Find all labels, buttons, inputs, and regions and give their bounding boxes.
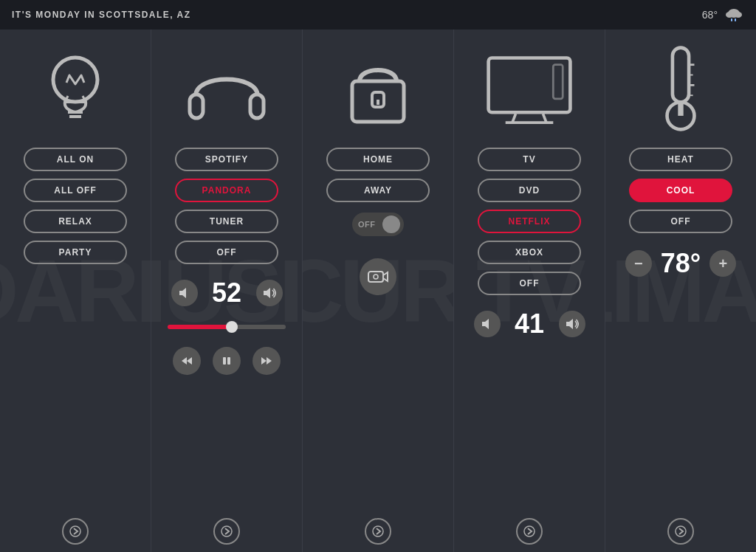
volume-slider[interactable] [168, 325, 286, 329]
tuner-button[interactable]: TUNER [175, 210, 278, 233]
security-off-toggle[interactable]: OFF [352, 213, 404, 236]
music-nav-button[interactable] [213, 518, 240, 545]
rewind-button[interactable] [173, 347, 201, 375]
svg-marker-14 [187, 357, 192, 365]
temperature-control: − 78° + [625, 248, 736, 279]
lights-content: ALL ON ALL OFF RELAX PARTY [7, 44, 143, 264]
security-content: HOME AWAY OFF [310, 44, 446, 295]
lights-panel: DARK ALL ON ALL OFF RELAX PARTY [0, 30, 151, 552]
xbox-button[interactable]: XBOX [478, 241, 581, 264]
svg-rect-26 [489, 58, 571, 112]
svg-rect-30 [553, 65, 563, 99]
temperature-display: 68° [702, 9, 718, 21]
svg-point-39 [676, 526, 686, 537]
svg-marker-13 [182, 357, 187, 365]
svg-rect-3 [731, 18, 732, 21]
volume-slider-row[interactable] [168, 319, 286, 332]
entertainment-content: TV DVD NETFLIX XBOX OFF 41 [461, 44, 597, 339]
tv-volume-display: 41 [509, 308, 550, 339]
camera-badge[interactable] [360, 258, 396, 295]
svg-point-31 [524, 526, 535, 537]
camera-icon [368, 269, 388, 285]
location-text: IT'S MONDAY IN SCOTTSDALE, AZ [12, 10, 191, 20]
headphones-icon [182, 44, 271, 133]
climate-off-button[interactable]: OFF [629, 210, 732, 233]
svg-point-19 [221, 526, 232, 537]
entertainment-off-button[interactable]: OFF [478, 272, 581, 295]
music-off-button[interactable]: OFF [175, 241, 278, 264]
svg-marker-17 [261, 357, 267, 365]
lightbulb-icon [31, 44, 120, 133]
tv-button[interactable]: TV [478, 148, 581, 171]
relax-button[interactable]: RELAX [24, 210, 127, 233]
climate-nav-button[interactable] [667, 518, 694, 545]
netflix-button[interactable]: NETFLIX [478, 210, 581, 233]
svg-marker-18 [267, 357, 272, 365]
tv-volume-down-button[interactable] [474, 311, 501, 337]
svg-point-2 [735, 12, 742, 18]
svg-rect-11 [190, 94, 203, 118]
volume-down-button[interactable] [171, 280, 198, 306]
cool-button[interactable]: COOL [629, 179, 732, 202]
svg-point-25 [373, 526, 383, 537]
pandora-button[interactable]: PANDORA [175, 179, 278, 202]
temp-decrease-button[interactable]: − [625, 250, 652, 277]
away-button[interactable]: AWAY [326, 179, 430, 202]
climate-panel: CLIMATE HEAT COOL OFF − 78° + [605, 30, 756, 552]
tv-volume-row: 41 [474, 308, 585, 339]
home-button[interactable]: HOME [326, 148, 430, 171]
dvd-button[interactable]: DVD [478, 179, 581, 202]
temp-increase-button[interactable]: + [709, 250, 736, 277]
entertainment-panel: TV TV DVD NETFLIX XBOX OFF 41 [454, 30, 605, 552]
weather-widget: 68° [702, 6, 744, 24]
transport-controls [173, 347, 281, 375]
security-off-label: OFF [358, 220, 376, 229]
svg-rect-15 [223, 357, 226, 365]
climate-content: HEAT COOL OFF − 78° + [613, 44, 749, 279]
svg-point-1 [726, 12, 733, 18]
spotify-button[interactable]: SPOTIFY [175, 148, 278, 171]
all-on-button[interactable]: ALL ON [24, 148, 127, 171]
main-content: DARK ALL ON ALL OFF RELAX PARTY [0, 30, 756, 552]
lights-nav-button[interactable] [62, 518, 89, 545]
heat-button[interactable]: HEAT [629, 148, 732, 171]
music-panel: MUSIC SPOTIFY PANDORA TUNER OFF 52 [151, 30, 303, 552]
svg-point-5 [53, 58, 97, 102]
temp-value: 78° [661, 248, 701, 279]
forward-button[interactable] [252, 347, 281, 375]
svg-rect-32 [673, 48, 689, 103]
security-nav-button[interactable] [365, 518, 391, 545]
volume-up-button[interactable] [256, 280, 283, 306]
tv-volume-up-button[interactable] [559, 311, 585, 337]
svg-point-10 [70, 526, 80, 537]
party-button[interactable]: PARTY [24, 241, 127, 264]
volume-display: 52 [207, 277, 247, 308]
svg-rect-12 [250, 94, 264, 118]
all-off-button[interactable]: ALL OFF [24, 179, 127, 202]
svg-rect-23 [368, 272, 383, 282]
toggle-knob [382, 215, 400, 233]
weather-icon [724, 6, 744, 24]
volume-row: 52 [171, 277, 283, 308]
security-panel: SECURITY HOME AWAY OFF [303, 30, 454, 552]
thermometer-icon [636, 44, 725, 133]
pause-button[interactable] [213, 347, 241, 375]
padlock-icon [334, 44, 422, 133]
entertainment-nav-button[interactable] [516, 518, 543, 545]
svg-rect-16 [227, 357, 230, 365]
svg-rect-4 [735, 18, 736, 21]
svg-point-24 [374, 275, 378, 279]
tv-icon [485, 44, 574, 133]
music-content: SPOTIFY PANDORA TUNER OFF 52 [159, 44, 295, 375]
app-header: IT'S MONDAY IN SCOTTSDALE, AZ 68° [0, 0, 756, 30]
